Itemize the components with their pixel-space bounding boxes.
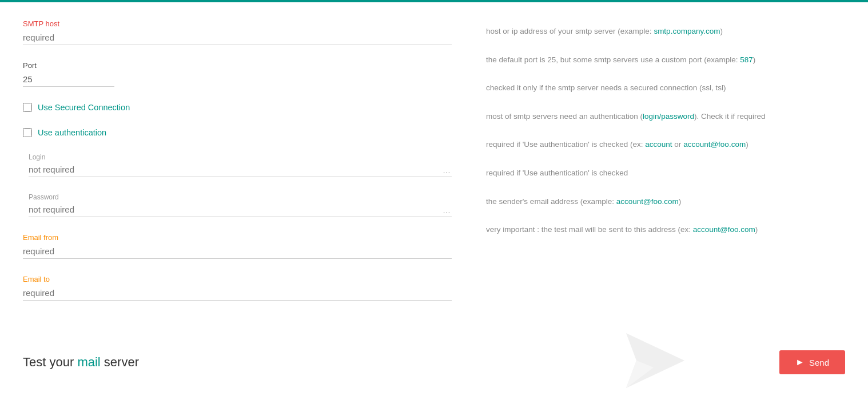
smtp-host-hint: host or ip address of your smtp server (… [486, 25, 845, 38]
password-hint-text: required if 'Use authentication' is chec… [486, 169, 628, 177]
paper-plane-decoration [619, 326, 688, 397]
test-text-2: mail [77, 355, 100, 369]
login-hint-text: required if 'Use authentication' is chec… [486, 140, 748, 149]
use-auth-checkbox[interactable] [23, 128, 32, 137]
right-panel: host or ip address of your smtp server (… [486, 19, 845, 317]
port-hint: the default port is 25, but some smtp se… [486, 54, 845, 66]
port-example-link: 587 [740, 55, 753, 64]
email-from-group: Email from [23, 233, 452, 259]
secured-hint-text: checked it only if the smtp server needs… [486, 83, 726, 92]
use-secured-label[interactable]: Use Secured Connection [38, 103, 130, 112]
send-label: Send [809, 358, 829, 367]
smtp-example-link: smtp.company.com [654, 27, 720, 35]
auth-hint-link: login/password [643, 112, 694, 121]
login-input-wrapper: … [29, 162, 452, 177]
email-to-link: account@foo.com [693, 225, 755, 234]
port-hint-text: the default port is 25, but some smtp se… [486, 55, 755, 64]
email-from-hint: the sender's email address (example: acc… [486, 195, 845, 208]
use-auth-label[interactable]: Use authentication [38, 128, 106, 137]
auth-hint: most of smtp servers need an authenticat… [486, 110, 845, 123]
send-button[interactable]: ► Send [779, 350, 845, 374]
login-group: Login … [29, 153, 452, 177]
login-input[interactable] [29, 162, 452, 177]
test-text-3: server [101, 355, 139, 369]
smtp-host-group: SMTP host [23, 19, 452, 45]
password-dots-button[interactable]: … [441, 206, 452, 215]
smtp-host-input[interactable] [23, 30, 452, 45]
email-from-label: Email from [23, 233, 452, 242]
login-email-link: account@foo.com [683, 140, 746, 149]
port-label: Port [23, 61, 452, 70]
email-to-label: Email to [23, 275, 452, 283]
login-label: Login [29, 153, 452, 161]
password-input-wrapper: … [29, 202, 452, 217]
use-auth-row: Use authentication [23, 128, 452, 137]
use-secured-checkbox[interactable] [23, 103, 32, 112]
email-to-hint: very important : the test mail will be s… [486, 223, 845, 236]
smtp-host-hint-text: host or ip address of your smtp server (… [486, 27, 723, 35]
decoration-area [139, 339, 779, 385]
port-group: Port [23, 61, 452, 87]
test-mail-text: Test your mail server [23, 355, 139, 370]
password-input[interactable] [29, 202, 452, 217]
email-to-group: Email to [23, 275, 452, 301]
send-icon: ► [795, 357, 805, 367]
password-hint: required if 'Use authentication' is chec… [486, 167, 845, 179]
port-input[interactable] [23, 72, 114, 87]
login-hint: required if 'Use authentication' is chec… [486, 138, 845, 151]
test-text-1: Test your [23, 355, 77, 369]
email-from-link: account@foo.com [616, 197, 679, 206]
secured-hint: checked it only if the smtp server needs… [486, 82, 845, 94]
email-to-input[interactable] [23, 286, 452, 301]
email-from-input[interactable] [23, 244, 452, 259]
svg-marker-1 [626, 361, 654, 388]
login-account-link: account [645, 140, 672, 149]
password-label: Password [29, 193, 452, 201]
email-from-hint-text: the sender's email address (example: acc… [486, 197, 681, 206]
smtp-host-label: SMTP host [23, 19, 452, 28]
left-panel: SMTP host Port Use Secured Connection Us… [23, 19, 452, 317]
svg-marker-0 [626, 333, 684, 388]
email-to-hint-text: very important : the test mail will be s… [486, 225, 758, 234]
password-group: Password … [29, 193, 452, 217]
footer-row: Test your mail server ► Send [0, 328, 868, 385]
use-secured-row: Use Secured Connection [23, 103, 452, 112]
login-dots-button[interactable]: … [441, 166, 452, 175]
auth-hint-text: most of smtp servers need an authenticat… [486, 112, 766, 121]
